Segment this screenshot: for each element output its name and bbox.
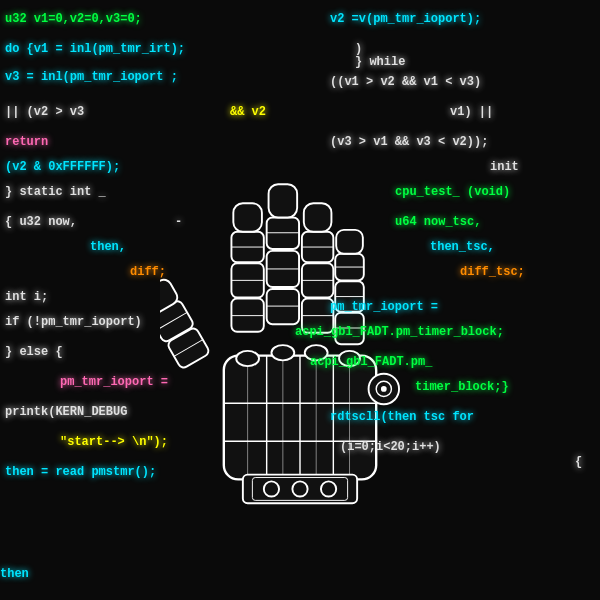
code-line-line32: printk(KERN_DEBUG: [5, 405, 127, 419]
code-line-line1: u32 v1=0,v2=0,v3=0;: [5, 12, 142, 26]
code-line-line4: ): [355, 42, 362, 56]
code-line-line5: } while: [355, 55, 405, 69]
svg-rect-43: [336, 230, 363, 254]
code-line-line29: acpi_gbl_FADT.pm_: [310, 355, 432, 369]
code-line-line18: -: [175, 215, 182, 229]
code-line-line9: && v2: [230, 105, 266, 119]
code-line-line27: acpi_gbl_FADT.pm_timer_block;: [295, 325, 504, 339]
svg-point-10: [321, 481, 336, 496]
code-line-line24: int i;: [5, 290, 48, 304]
code-line-line19: u64 now_tsc,: [395, 215, 481, 229]
code-line-line14: init: [490, 160, 519, 174]
code-line-line33: rdtscll(then tsc for: [330, 410, 474, 424]
code-line-line30: pm_tmr_ioport =: [60, 375, 168, 389]
svg-rect-29: [269, 184, 298, 217]
code-line-line25: pm_tmr_ioport =: [330, 300, 438, 314]
code-line-line38: then: [0, 567, 29, 581]
code-line-line12: (v3 > v1 && v3 < v2));: [330, 135, 488, 149]
code-line-line20: then,: [90, 240, 126, 254]
code-line-line22: diff;: [130, 265, 166, 279]
code-line-line36: {: [575, 455, 582, 469]
code-line-line26: if (!pm_tmr_ioport): [5, 315, 142, 329]
code-line-line2: v2 =v(pm_tmr_ioport);: [330, 12, 481, 26]
code-line-line34: "start--> \n");: [60, 435, 168, 449]
svg-point-9: [292, 481, 307, 496]
code-line-line28: } else {: [5, 345, 63, 359]
code-line-line10: v1) ||: [450, 105, 493, 119]
code-line-line35: (i=0;i<20;i++): [340, 440, 441, 454]
code-line-line37: then = read pmstmr();: [5, 465, 156, 479]
code-line-line15: } static int _: [5, 185, 106, 199]
svg-rect-22: [233, 203, 262, 232]
code-line-line31: timer_block;}: [415, 380, 509, 394]
code-line-line13: (v2 & 0xFFFFFF);: [5, 160, 120, 174]
code-line-line7: ((v1 > v2 && v1 < v3): [330, 75, 481, 89]
svg-point-8: [264, 481, 279, 496]
code-line-line23: diff_tsc;: [460, 265, 525, 279]
code-line-line21: then_tsc,: [430, 240, 495, 254]
svg-point-45: [271, 345, 294, 360]
svg-rect-23: [267, 289, 299, 324]
svg-rect-36: [304, 203, 332, 232]
code-line-line17: { u32 now,: [5, 215, 77, 229]
code-line-line16: cpu_test_ (void): [395, 185, 510, 199]
code-line-line8: || (v2 > v3: [5, 105, 84, 119]
code-line-line3: do {v1 = inl(pm_tmr_irt);: [5, 42, 185, 56]
code-line-line6: v3 = inl(pm_tmr_ioport ;: [5, 70, 178, 84]
svg-point-54: [381, 386, 387, 392]
code-line-line11: return: [5, 135, 48, 149]
svg-point-44: [236, 351, 259, 366]
